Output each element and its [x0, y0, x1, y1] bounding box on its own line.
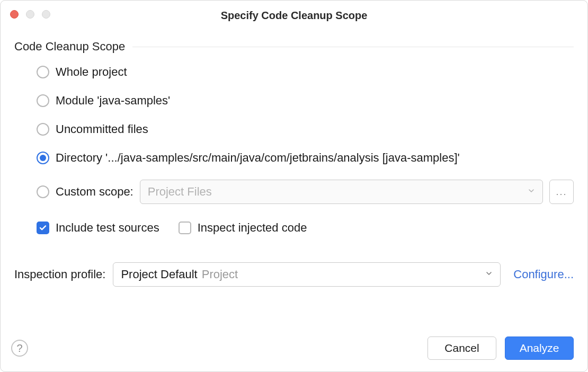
close-window-button[interactable]	[10, 10, 19, 19]
radio-icon	[37, 152, 49, 164]
traffic-lights	[10, 10, 50, 19]
dialog-window: Specify Code Cleanup Scope Code Cleanup …	[0, 0, 588, 372]
custom-scope-value: Project Files	[148, 185, 212, 199]
checkbox-label: Inspect injected code	[198, 221, 307, 235]
window-title: Specify Code Cleanup Scope	[9, 3, 579, 22]
configure-link[interactable]: Configure...	[508, 268, 574, 281]
inspection-profile-value: Project Default Project	[121, 268, 238, 281]
checkbox-inspect-injected-code[interactable]: Inspect injected code	[179, 221, 307, 235]
radio-label: Whole project	[56, 65, 127, 79]
radio-label: Directory '.../java-samples/src/main/jav…	[56, 151, 460, 165]
radio-directory[interactable]: Directory '.../java-samples/src/main/jav…	[37, 151, 574, 165]
analyze-button[interactable]: Analyze	[505, 336, 574, 360]
chevron-down-icon	[528, 187, 535, 197]
chevron-down-icon	[485, 270, 493, 279]
radio-icon	[37, 123, 49, 136]
maximize-window-button[interactable]	[42, 10, 50, 19]
profile-secondary: Project	[202, 268, 238, 281]
titlebar: Specify Code Cleanup Scope	[1, 1, 587, 24]
group-header: Code Cleanup Scope	[14, 40, 574, 54]
radio-label: Module 'java-samples'	[56, 94, 170, 108]
radio-icon	[37, 66, 49, 78]
inspection-profile-row: Inspection profile: Project Default Proj…	[14, 262, 574, 287]
inspection-profile-dropdown[interactable]: Project Default Project	[113, 262, 501, 287]
dialog-footer: ? Cancel Analyze	[1, 336, 587, 371]
inspection-profile-label: Inspection profile:	[14, 268, 105, 281]
group-title: Code Cleanup Scope	[14, 40, 125, 54]
scope-options: Whole project Module 'java-samples' Unco…	[14, 65, 574, 235]
custom-scope-dropdown[interactable]: Project Files	[140, 180, 543, 204]
help-button[interactable]: ?	[11, 340, 28, 357]
radio-icon	[37, 94, 49, 107]
checkbox-icon	[179, 222, 191, 234]
checkbox-icon	[37, 222, 49, 234]
separator-line	[132, 47, 574, 47]
radio-uncommitted-files[interactable]: Uncommitted files	[37, 122, 574, 136]
dialog-content: Code Cleanup Scope Whole project Module …	[1, 24, 587, 336]
radio-custom-scope[interactable]	[37, 185, 49, 198]
radio-label: Custom scope:	[56, 185, 133, 199]
checkbox-label: Include test sources	[56, 221, 159, 235]
help-icon: ?	[16, 342, 22, 355]
radio-whole-project[interactable]: Whole project	[37, 65, 574, 79]
ellipsis-icon: ...	[556, 187, 567, 198]
radio-module[interactable]: Module 'java-samples'	[37, 94, 574, 108]
radio-custom-scope-row: Custom scope: Project Files ...	[37, 180, 574, 204]
cancel-button[interactable]: Cancel	[427, 336, 496, 360]
checkbox-include-test-sources[interactable]: Include test sources	[37, 221, 159, 235]
button-label: Analyze	[520, 342, 559, 355]
radio-label: Uncommitted files	[56, 122, 148, 136]
checkbox-row: Include test sources Inspect injected co…	[37, 221, 574, 235]
profile-main: Project Default	[121, 268, 197, 281]
button-label: Cancel	[444, 342, 479, 355]
custom-scope-browse-button[interactable]: ...	[549, 180, 574, 204]
minimize-window-button[interactable]	[26, 10, 34, 19]
